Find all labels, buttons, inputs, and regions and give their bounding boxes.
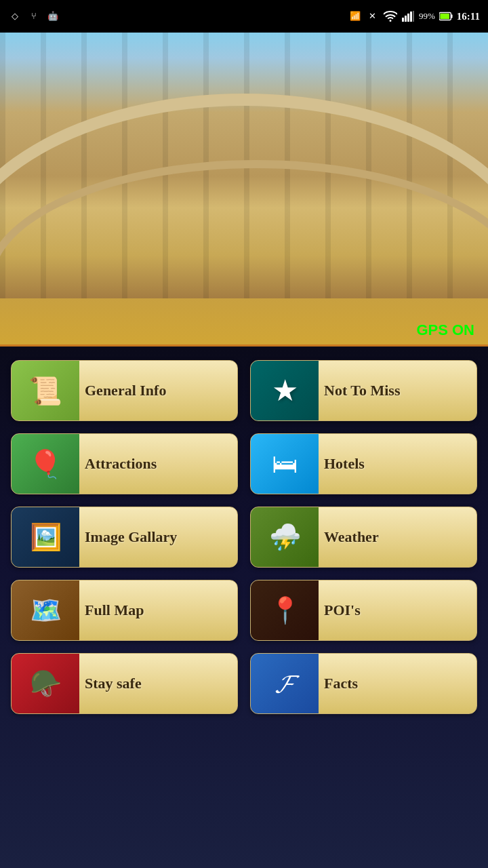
full-map-icon: 🗺️ (12, 580, 79, 640)
hotels-icon: 🛏 (251, 434, 319, 494)
arena-graphic (0, 73, 488, 331)
battery-icon (439, 9, 453, 23)
full-map-button[interactable]: 🗺️ Full Map (11, 580, 238, 641)
hotels-button[interactable]: 🛏 Hotels (250, 433, 477, 494)
general-info-button[interactable]: 📜 General Info (11, 360, 238, 421)
pois-label: POI's (319, 601, 476, 619)
gps-status: GPS ON (416, 321, 474, 339)
image-gallery-icon: 🖼️ (12, 507, 79, 567)
svg-rect-2 (407, 14, 409, 22)
attractions-button[interactable]: 🎈 Attractions (11, 433, 238, 494)
stay-safe-button[interactable]: 🪖 Stay safe (11, 653, 238, 714)
facts-button[interactable]: 𝓕 Facts (250, 653, 477, 714)
attractions-icon: 🎈 (12, 434, 79, 494)
wifi-icon (384, 9, 397, 23)
menu-grid: 📜 General Info ★ Not To Miss 🎈 Attractio… (11, 360, 477, 714)
stay-safe-label: Stay safe (79, 675, 237, 692)
weather-icon: ⛈️ (251, 507, 319, 567)
status-right-icons: 📶 ✕ 99% 16:11 (348, 9, 480, 23)
pois-button[interactable]: 📍 POI's (250, 580, 477, 641)
hotels-label: Hotels (319, 455, 476, 473)
svg-rect-7 (451, 14, 453, 18)
status-left-icons: ◇ ⑂ 🤖 (8, 9, 60, 23)
image-gallery-button[interactable]: 🖼️ Image Gallary (11, 507, 238, 568)
status-bar: ◇ ⑂ 🤖 📶 ✕ 99% 16:11 (0, 0, 488, 33)
pois-icon: 📍 (251, 580, 319, 640)
svg-rect-1 (405, 16, 407, 22)
facts-icon: 𝓕 (251, 654, 319, 713)
attractions-label: Attractions (79, 455, 237, 473)
general-info-icon: 📜 (12, 361, 79, 420)
battery-percentage: 99% (419, 11, 435, 22)
usb-icon: ⑂ (27, 9, 41, 23)
android-icon: 🤖 (46, 9, 60, 23)
hero-image: GPS ON (0, 33, 488, 351)
image-gallery-label: Image Gallary (79, 528, 237, 546)
weather-button[interactable]: ⛈️ Weather (250, 507, 477, 568)
xmark-icon: ✕ (366, 9, 380, 23)
phone-icon: 📶 (348, 9, 362, 23)
svg-rect-0 (402, 18, 404, 22)
stay-safe-icon: 🪖 (12, 654, 79, 713)
weather-label: Weather (319, 528, 476, 546)
full-map-label: Full Map (79, 601, 237, 619)
not-to-miss-button[interactable]: ★ Not To Miss (250, 360, 477, 421)
arena-outer-ring (0, 94, 488, 351)
not-to-miss-label: Not To Miss (319, 382, 476, 399)
signal-bars-icon (401, 9, 415, 23)
facts-label: Facts (319, 675, 476, 692)
clock: 16:11 (457, 11, 480, 22)
sim-icon: ◇ (8, 9, 22, 23)
not-to-miss-icon: ★ (251, 361, 319, 420)
menu-area: 📜 General Info ★ Not To Miss 🎈 Attractio… (0, 344, 488, 868)
general-info-label: General Info (79, 382, 237, 399)
arena-floor (0, 298, 488, 351)
svg-rect-6 (440, 14, 449, 19)
svg-rect-4 (413, 11, 414, 22)
svg-rect-3 (410, 12, 412, 22)
